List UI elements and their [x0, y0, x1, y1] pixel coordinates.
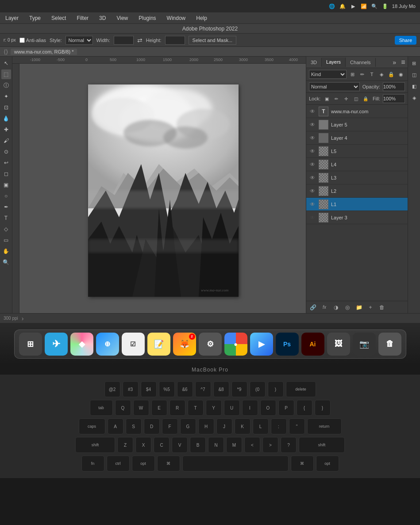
key-ctrl[interactable]: ctrl	[107, 456, 130, 471]
far-right-icon-1[interactable]: ⊞	[409, 58, 419, 68]
group-icon[interactable]: 📁	[355, 303, 363, 311]
share-button[interactable]: Share	[395, 36, 416, 45]
key-delete[interactable]: delete	[286, 381, 316, 397]
lock-position-icon[interactable]: ✛	[343, 95, 350, 102]
status-arrow-icon[interactable]: ›	[22, 315, 24, 322]
layer-visibility-8[interactable]: 👁	[309, 214, 316, 221]
key-option-right[interactable]: opt	[316, 456, 339, 471]
key-star9[interactable]: *9	[231, 381, 247, 397]
lock-image-icon[interactable]: ✏	[333, 95, 340, 102]
delete-layer-icon[interactable]: 🗑	[378, 303, 386, 311]
key-caret7[interactable]: ^7	[195, 381, 211, 397]
key-question[interactable]: ?	[281, 437, 297, 453]
key-b[interactable]: B	[190, 437, 206, 453]
width-input[interactable]	[114, 36, 134, 45]
tool-gradient[interactable]: ▣	[1, 180, 11, 190]
tool-stamp[interactable]: ⊙	[1, 147, 11, 157]
filter-icon-5[interactable]: 🔒	[387, 70, 395, 78]
key-e[interactable]: E	[151, 400, 167, 416]
layer-item-l2[interactable]: 👁 L2	[306, 184, 408, 198]
dock-photos2[interactable]: 📷	[353, 333, 376, 356]
key-m[interactable]: M	[226, 437, 242, 453]
key-quote[interactable]: "	[289, 418, 305, 434]
filter-icon-3[interactable]: T	[368, 70, 376, 78]
key-caps[interactable]: caps	[79, 418, 105, 434]
style-select[interactable]: Normal	[66, 36, 93, 45]
dock-safari[interactable]: ⊕	[96, 333, 119, 356]
menu-item-view[interactable]: View	[115, 14, 130, 22]
tab-layers[interactable]: Layers	[322, 57, 346, 67]
key-d[interactable]: D	[144, 418, 160, 434]
key-u[interactable]: U	[224, 400, 240, 416]
layer-item-text[interactable]: 👁 T www.ma-nur.com	[306, 105, 408, 118]
dock-reminders[interactable]: ☑	[122, 333, 145, 356]
key-fn[interactable]: fn	[81, 456, 104, 471]
layer-visibility-4[interactable]: 👁	[309, 161, 316, 168]
layer-filter-select[interactable]: Kind	[309, 70, 347, 79]
tool-marquee[interactable]: ⬚	[1, 69, 11, 79]
key-z[interactable]: Z	[117, 437, 133, 453]
layer-item-4[interactable]: 👁 Layer 4	[306, 131, 408, 145]
menu-item-layer[interactable]: Layer	[4, 14, 20, 22]
menu-item-help[interactable]: Help	[194, 14, 209, 22]
key-paren0[interactable]: (0	[250, 381, 266, 397]
far-right-icon-3[interactable]: ◧	[409, 81, 419, 91]
tool-type[interactable]: T	[1, 213, 11, 223]
filter-icon-4[interactable]: ◈	[378, 70, 385, 78]
dock-chrome[interactable]: ●	[224, 333, 247, 356]
dock-preview[interactable]: ▶	[250, 333, 273, 356]
dock-systemprefs[interactable]: ⚙	[199, 333, 222, 356]
tool-pen[interactable]: ✒	[1, 202, 11, 212]
filter-icon-2[interactable]: ✏	[358, 70, 366, 78]
key-a[interactable]: A	[108, 418, 123, 434]
tool-shape[interactable]: ▭	[1, 235, 11, 245]
key-option-left[interactable]: opt	[132, 456, 155, 471]
layer-item-l1[interactable]: 👁 L1	[306, 198, 408, 211]
key-cmd-right[interactable]: ⌘	[291, 456, 314, 471]
menu-item-plugins[interactable]: Plugins	[137, 14, 158, 22]
key-shift-left[interactable]: shift	[75, 437, 115, 453]
tool-zoom[interactable]: 🔍	[1, 257, 11, 267]
layer-visibility-7[interactable]: 👁	[309, 201, 316, 208]
layer-item-l4[interactable]: 👁 L4	[306, 158, 408, 171]
filter-icon-6[interactable]: ◉	[397, 70, 405, 78]
tool-move[interactable]: ↖	[1, 58, 11, 68]
lock-artboard-icon[interactable]: ◫	[352, 95, 359, 102]
tool-path[interactable]: ◇	[1, 224, 11, 234]
key-v[interactable]: V	[172, 437, 188, 453]
layer-visibility-5[interactable]: 👁	[309, 174, 316, 181]
tab-channels[interactable]: Channels	[346, 58, 375, 67]
key-at2[interactable]: @2	[104, 381, 120, 397]
layer-visibility-0[interactable]: 👁	[309, 108, 316, 115]
key-w[interactable]: W	[133, 400, 149, 416]
key-j[interactable]: J	[216, 418, 232, 434]
key-i[interactable]: I	[242, 400, 258, 416]
tool-hand[interactable]: ✋	[1, 246, 11, 256]
key-g[interactable]: G	[180, 418, 196, 434]
key-p[interactable]: P	[278, 400, 294, 416]
layer-visibility-6[interactable]: 👁	[309, 188, 316, 195]
height-input[interactable]	[165, 36, 185, 45]
layer-visibility-1[interactable]: 👁	[309, 121, 316, 128]
opacity-input[interactable]: 100%	[383, 82, 405, 91]
key-return[interactable]: return	[307, 418, 342, 434]
document-tab-name[interactable]: www.ma-nur.com, RGB/8) *	[11, 49, 77, 55]
key-gt[interactable]: >	[262, 437, 278, 453]
key-8[interactable]: &8	[213, 381, 229, 397]
new-layer-icon[interactable]: +	[366, 303, 374, 311]
key-x[interactable]: X	[135, 437, 151, 453]
dock-preview2[interactable]: 🖼	[327, 333, 350, 356]
key-k[interactable]: K	[235, 418, 250, 434]
select-mask-button[interactable]: Select and Mask...	[189, 36, 237, 45]
key-lt[interactable]: <	[244, 437, 260, 453]
tool-eyedropper[interactable]: 💧	[1, 114, 11, 123]
key-h[interactable]: H	[198, 418, 214, 434]
menu-item-select[interactable]: Select	[50, 14, 68, 22]
key-s[interactable]: S	[126, 418, 142, 434]
dock-trash[interactable]: 🗑	[378, 333, 401, 356]
key-cmd-left[interactable]: ⌘	[157, 456, 180, 471]
adjustment-icon[interactable]: ◎	[343, 303, 351, 311]
mask-icon[interactable]: ◑	[332, 303, 340, 311]
ps-canvas[interactable]: www.ma-nur.com	[88, 84, 239, 297]
tool-eraser[interactable]: ◻	[1, 169, 11, 179]
